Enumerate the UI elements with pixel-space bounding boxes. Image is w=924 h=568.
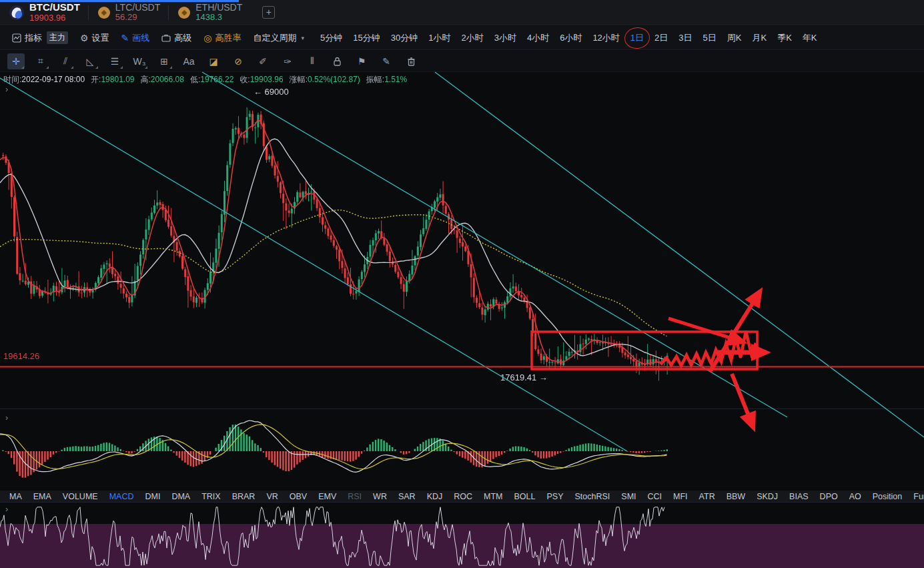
timeframe-item[interactable]: 1小时 — [428, 32, 450, 44]
measure-tool[interactable]: ⌗ — [32, 53, 49, 69]
settings-button[interactable]: ⚙ 设置 — [80, 32, 109, 44]
channel-tool[interactable]: ☰ — [106, 53, 123, 69]
timeframe-item[interactable]: 2小时 — [461, 32, 483, 44]
timeframe-item[interactable]: 1日 — [630, 32, 644, 44]
timeframe-item[interactable]: 3小时 — [494, 32, 516, 44]
pattern-tool[interactable]: ⊞ — [155, 53, 173, 69]
indicator-tab-wr[interactable]: WR — [373, 492, 387, 501]
indicator-tab-trix[interactable]: TRIX — [201, 492, 220, 501]
trash-tool[interactable] — [402, 53, 420, 69]
market-tab-symbol: LTC/USDT — [115, 2, 160, 13]
text-tool[interactable]: Aa — [180, 53, 197, 69]
indicator-tab-bbw[interactable]: BBW — [727, 492, 745, 501]
ohlc-item: 高:20066.08 — [141, 74, 184, 85]
ruler-tool[interactable]: ✐ — [254, 53, 272, 69]
collapse-chevron-nav[interactable]: › — [5, 504, 8, 514]
note-edit-tool[interactable]: ✎ — [378, 53, 395, 69]
market-tab-eth[interactable]: ◆ ETH/USDT 1438.3 — [169, 0, 250, 25]
bookmark-tool-icon: ⚑ — [358, 56, 366, 67]
nav-volume-canvas[interactable] — [0, 502, 924, 568]
collapse-chevron-main[interactable]: › — [5, 84, 8, 94]
compare-tool[interactable]: ⫴ — [304, 53, 321, 69]
timeframe-item[interactable]: 15分钟 — [353, 32, 380, 44]
market-tab-ltc[interactable]: ◆ LTC/USDT 56.29 — [89, 0, 168, 25]
timeframe-item[interactable]: 5日 — [703, 32, 717, 44]
indicator-tab-emv[interactable]: EMV — [318, 492, 336, 501]
custom-period-button[interactable]: 自定义周期 ▾ — [254, 32, 305, 44]
indicator-button[interactable]: 指标 主力 — [12, 31, 68, 44]
indicator-tab-position[interactable]: Position — [873, 492, 902, 501]
market-tab-price: 19903.96 — [29, 13, 80, 23]
market-tab-symbol: BTC/USDT — [29, 1, 80, 13]
indicator-tab-rsi[interactable]: RSI — [348, 492, 362, 501]
market-tab-symbol: ETH/USDT — [195, 2, 242, 13]
high-winrate-button[interactable]: ◎ 高胜率 — [203, 32, 241, 44]
indicator-tab-macd[interactable]: MACD — [109, 492, 134, 501]
add-market-tab-button[interactable]: + — [262, 6, 275, 19]
indicator-tab-dma[interactable]: DMA — [171, 492, 190, 501]
draw-line-label: 画线 — [132, 32, 149, 44]
indicator-tab-ao[interactable]: AO — [849, 492, 861, 501]
draw-line-button[interactable]: ✎ 画线 — [121, 32, 150, 44]
indicator-tab-mtm[interactable]: MTM — [484, 492, 502, 501]
timeframe-item[interactable]: 4小时 — [527, 32, 549, 44]
indicator-tab-skdj[interactable]: SKDJ — [757, 492, 778, 501]
indicator-tab-bias[interactable]: BIAS — [789, 492, 809, 501]
timeframe-item[interactable]: 2日 — [654, 32, 668, 44]
timeframe-item[interactable]: 6小时 — [560, 32, 582, 44]
indicator-tab-smi[interactable]: SMI — [621, 492, 636, 501]
indicator-tab-ma[interactable]: MA — [9, 492, 22, 501]
wave-tool[interactable]: W₃ — [131, 53, 148, 69]
brush-tool[interactable]: ◪ — [205, 53, 222, 69]
wave-tool-icon: W₃ — [133, 56, 146, 67]
indicator-tab-atr[interactable]: ATR — [699, 492, 715, 501]
timeframe-item[interactable]: 30分钟 — [391, 32, 418, 44]
indicator-tab-ema[interactable]: EMA — [33, 492, 51, 501]
market-tab-btc[interactable]: BTC/USDT 19903.96 — [0, 0, 88, 25]
indicator-tab-brar[interactable]: BRAR — [232, 492, 256, 501]
lock-tool[interactable] — [328, 53, 346, 69]
trendline-tool[interactable]: ⫽ — [57, 53, 74, 69]
indicator-tab-sar[interactable]: SAR — [398, 492, 416, 501]
timeframe-item[interactable]: 5分钟 — [320, 32, 342, 44]
ohlc-item: 收:19903.96 — [240, 74, 283, 85]
eth-coin-icon: ◆ — [178, 7, 190, 19]
indicator-tab-psy[interactable]: PSY — [546, 492, 563, 501]
indicator-tab-fundflow[interactable]: Fundflow — [913, 492, 924, 501]
indicator-tab-kdj[interactable]: KDJ — [427, 492, 443, 501]
shape-tool[interactable]: ◺ — [81, 53, 99, 69]
main-force-badge[interactable]: 主力 — [47, 31, 68, 44]
active-tab-strip — [0, 0, 239, 2]
pen-tool[interactable]: ✑ — [279, 53, 296, 69]
eraser-tool-icon: ⊘ — [234, 56, 242, 67]
crosshair-tool[interactable]: ✛ — [7, 53, 25, 69]
market-tab-price: 56.29 — [115, 13, 160, 23]
timeframe-item[interactable]: 周K — [727, 32, 742, 44]
timeframe-item[interactable]: 3日 — [678, 32, 692, 44]
ohlc-value: 20066.08 — [151, 75, 184, 84]
indicator-tab-mfi[interactable]: MFI — [673, 492, 688, 501]
timeframe-item[interactable]: 月K — [752, 32, 767, 44]
indicator-tab-obv[interactable]: OBV — [290, 492, 307, 501]
bookmark-tool[interactable]: ⚑ — [353, 53, 370, 69]
indicator-tab-vr[interactable]: VR — [266, 492, 278, 501]
indicator-tab-boll[interactable]: BOLL — [514, 492, 536, 501]
target-icon: ◎ — [203, 33, 211, 43]
timeframe-item[interactable]: 12小时 — [592, 32, 619, 44]
indicator-tab-dmi[interactable]: DMI — [145, 492, 160, 501]
measure-tool-icon: ⌗ — [38, 55, 43, 67]
collapse-chevron-macd[interactable]: › — [5, 412, 8, 422]
indicator-tab-dpo[interactable]: DPO — [820, 492, 838, 501]
macd-panel-canvas[interactable] — [0, 408, 924, 491]
timeframe-item[interactable]: 年K — [803, 32, 817, 44]
timeframe-item[interactable]: 季K — [777, 32, 792, 44]
indicator-tab-cci[interactable]: CCI — [648, 492, 662, 501]
advanced-button[interactable]: 高级 — [161, 32, 191, 44]
indicator-tab-volume[interactable]: VOLUME — [63, 492, 98, 501]
ohlc-label: 涨幅: — [290, 75, 308, 84]
panel-divider — [0, 502, 924, 503]
eraser-tool[interactable]: ⊘ — [229, 53, 247, 69]
main-chart-canvas[interactable] — [0, 72, 924, 408]
indicator-tab-stochrsi[interactable]: StochRSI — [574, 492, 610, 501]
indicator-tab-roc[interactable]: ROC — [454, 492, 472, 501]
